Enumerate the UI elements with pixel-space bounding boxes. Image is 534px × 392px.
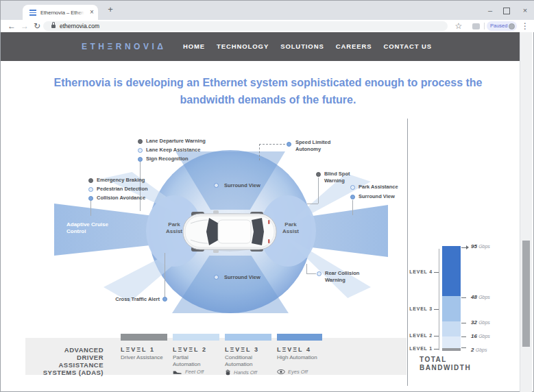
- legend-level1-name: Driver Assistance: [121, 354, 165, 361]
- label-park-assist-right: Park Assist: [277, 221, 304, 235]
- back-icon[interactable]: ←: [6, 21, 17, 31]
- reload-icon[interactable]: ↻: [32, 21, 43, 31]
- legend-eyes-off: Eyes Off: [277, 369, 308, 375]
- legend-level4-name: High Automation: [277, 354, 321, 361]
- label-collision-avoidance: Collision Avoidance: [97, 195, 145, 201]
- value-48-unit: Gbps: [478, 295, 490, 299]
- page-scrollbar[interactable]: [520, 32, 532, 392]
- label-surround-view-top: Surround View: [224, 182, 260, 189]
- value-95: 95 Gbps: [471, 243, 490, 249]
- value-2-num: 2: [471, 347, 474, 353]
- level1-label: LEVEL 1: [409, 346, 433, 351]
- legend-feet-off: Feet Off: [173, 369, 204, 375]
- sign-recognition-dot: [138, 157, 143, 162]
- total-bandwidth-line1: TOTAL: [420, 356, 471, 364]
- level3-label: LEVEL 3: [409, 306, 433, 311]
- window-close-button[interactable]: ×: [520, 5, 531, 16]
- legend-bar-level3: [225, 334, 271, 341]
- feet-off-label: Feet Off: [185, 369, 204, 375]
- lane-keep-dot: [138, 148, 143, 153]
- speed-limited-autonomy-dot: [287, 142, 291, 147]
- cross-traffic-line: [165, 253, 165, 297]
- arrow-95-icon: [466, 245, 469, 249]
- value-2: 2 Gbps: [471, 347, 487, 353]
- window-maximize-button[interactable]: [503, 8, 510, 14]
- lane-departure-dot: [138, 139, 143, 144]
- value-48: 48 Gbps: [471, 294, 490, 300]
- tick-level3: [434, 309, 439, 310]
- scrollbar-thumb[interactable]: [522, 241, 530, 347]
- surround-view-top-dot: [214, 183, 219, 188]
- rear-collision-dot: [317, 271, 321, 276]
- browser-window: Ethernovia – Ethernovia is devel × + – ×…: [0, 0, 534, 392]
- bar-segment-level2: [442, 321, 461, 336]
- tick-32: [461, 323, 466, 323]
- new-tab-button[interactable]: +: [105, 4, 116, 15]
- hand-icon: [225, 369, 231, 376]
- value-32-unit: Gbps: [478, 320, 490, 325]
- value-16-num: 16: [471, 333, 477, 339]
- emergency-braking-dot: [88, 178, 93, 183]
- bar-segment-level3: [442, 296, 461, 321]
- lock-icon: [51, 25, 56, 28]
- value-32: 32 Gbps: [471, 319, 490, 326]
- nav-item-home[interactable]: HOME: [183, 42, 205, 50]
- collision-avoidance-dot: [88, 196, 93, 201]
- extension-icon[interactable]: [472, 23, 480, 29]
- blind-spot-line-v: [318, 177, 319, 204]
- browser-menu-icon[interactable]: ⋮: [520, 21, 531, 31]
- nav-item-technology[interactable]: TECHNOLOGY: [217, 42, 269, 50]
- nav-item-contact[interactable]: CONTACT US: [383, 42, 432, 50]
- value-48-num: 48: [471, 294, 477, 300]
- tick-16: [461, 336, 466, 337]
- ethernovia-logo[interactable]: ETHΞRNOVIΔ: [82, 42, 166, 51]
- tick-2: [461, 347, 466, 348]
- legend-level3-title: LΞVΞL 3: [225, 346, 259, 353]
- nav-item-solutions[interactable]: SOLUTIONS: [280, 42, 324, 50]
- eye-icon: [277, 369, 285, 374]
- tab-close-icon[interactable]: ×: [88, 8, 96, 16]
- legend-level2-title: LΞVΞL 2: [173, 346, 207, 353]
- bar-segment-level4: [442, 246, 461, 296]
- legend-level2-name: Partial Automation: [173, 354, 217, 368]
- surround-right-line: [352, 200, 353, 215]
- tick-level4: [434, 272, 439, 273]
- shoe-icon: [173, 369, 182, 375]
- hands-off-label: Hands Off: [234, 369, 257, 376]
- level-bracket-line: [439, 249, 439, 350]
- browser-tab[interactable]: Ethernovia – Ethernovia is devel ×: [23, 5, 98, 20]
- label-blind-spot-warning: Blind Spot Warning: [324, 171, 360, 184]
- page-title: Ethernovia is developing an Ethernet sys…: [42, 74, 494, 108]
- nav-item-careers[interactable]: CAREERS: [336, 42, 372, 50]
- pedestrian-detection-dot: [88, 187, 93, 192]
- toolbar-separator: [484, 23, 485, 29]
- adas-title: ADVANCED DRIVER ASSISTANCE SYSTEMS (ADAS…: [27, 346, 104, 376]
- legend-bar-level1: [121, 334, 167, 341]
- cross-traffic-dot: [162, 297, 167, 302]
- label-park-assistance: Park Assistance: [359, 184, 398, 191]
- adas-line3: ASSISTANCE: [27, 361, 104, 369]
- sync-paused-chip[interactable]: Paused: [487, 21, 517, 31]
- level2-label: LEVEL 2: [409, 333, 433, 338]
- label-cross-traffic-alert: Cross Traffic Alert: [104, 296, 160, 303]
- legend-level3-name: Conditional Automation: [225, 354, 269, 368]
- legend-hands-off: Hands Off: [225, 369, 257, 376]
- label-pedestrian-detection: Pedestrian Detection: [97, 186, 148, 193]
- rear-collision-line-v: [306, 264, 307, 274]
- section-divider: [407, 119, 408, 386]
- tick-95: [461, 247, 466, 248]
- value-16-unit: Gbps: [478, 334, 490, 339]
- address-bar[interactable]: ethernovia.com: [43, 21, 448, 31]
- value-95-unit: Gbps: [478, 244, 490, 249]
- bookmark-star-icon[interactable]: ☆: [453, 21, 464, 31]
- label-surround-view-bottom: Surround View: [224, 274, 260, 281]
- legend-level4-title: LΞVΞL 4: [277, 346, 311, 353]
- forward-icon[interactable]: →: [19, 21, 30, 31]
- total-bandwidth-title: TOTAL BANDWIDTH: [420, 356, 471, 372]
- tick-level1: [434, 349, 439, 350]
- adas-line4: SYSTEMS (ADAS): [27, 369, 104, 376]
- surround-view-bottom-dot: [214, 275, 219, 280]
- window-minimize-button[interactable]: –: [485, 5, 496, 16]
- park-assistance-dot: [350, 185, 355, 190]
- adas-line2: DRIVER: [27, 354, 104, 361]
